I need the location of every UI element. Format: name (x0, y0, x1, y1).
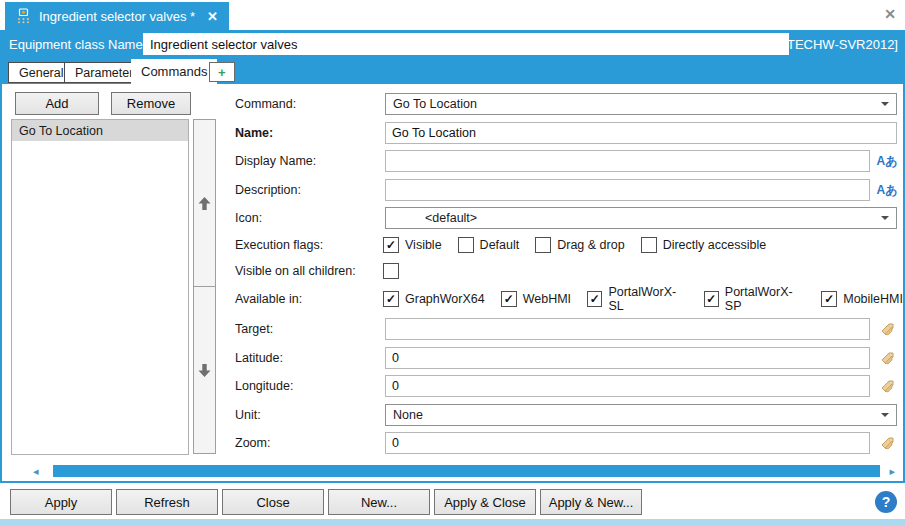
data-tag-icon[interactable] (874, 318, 900, 340)
tab-add-new-icon[interactable]: + (209, 62, 235, 82)
icon-label: Icon: (235, 207, 262, 229)
display-name-input[interactable] (385, 150, 870, 172)
command-label: Command: (235, 93, 296, 115)
checkbox-drag-drop[interactable]: Drag & drop (535, 237, 624, 253)
checkbox-icon[interactable] (704, 291, 719, 307)
help-icon[interactable]: ? (875, 491, 897, 513)
checkbox-mobilehmi[interactable]: MobileHMI (821, 291, 903, 307)
commands-tab-content: Add Remove Go To Location Command: Go To… (0, 84, 905, 483)
tab-strip: General Parameters Commands + (0, 58, 905, 84)
zoom-label: Zoom: (235, 432, 270, 454)
document-close-icon[interactable]: ✕ (207, 9, 218, 24)
checkbox-icon[interactable] (501, 291, 517, 307)
target-input[interactable] (385, 318, 870, 340)
unit-value: None (393, 408, 423, 422)
checkbox-portalworx-sl[interactable]: PortalWorX-SL (587, 285, 687, 313)
target-label: Target: (235, 318, 273, 340)
data-tag-icon[interactable] (874, 347, 900, 369)
description-label: Description: (235, 179, 301, 201)
data-tag-icon[interactable] (874, 432, 900, 454)
reorder-buttons (193, 119, 216, 455)
remove-command-button[interactable]: Remove (111, 92, 191, 115)
command-value: Go To Location (393, 97, 477, 111)
list-item[interactable]: Go To Location (12, 120, 188, 141)
latitude-input[interactable] (385, 347, 870, 369)
execution-flags-label: Execution flags: (235, 236, 323, 254)
longitude-label: Longitude: (235, 375, 293, 397)
equipment-class-name-label: Equipment class Name: (9, 30, 146, 58)
checkbox-icon[interactable] (383, 263, 399, 279)
unit-combobox[interactable]: None (385, 404, 897, 426)
unit-label: Unit: (235, 404, 261, 426)
close-button[interactable]: Close (222, 489, 324, 515)
checkbox-icon[interactable] (587, 291, 602, 307)
checkbox-webhmi[interactable]: WebHMI (501, 291, 571, 307)
checkbox-icon[interactable] (383, 237, 399, 253)
new-button[interactable]: New... (328, 489, 430, 515)
chevron-down-icon (881, 413, 889, 417)
document-tab[interactable]: Ingredient selector valves * ✕ (5, 2, 229, 30)
equipment-class-name-input[interactable] (143, 33, 789, 55)
localize-icon[interactable]: Aあ (874, 150, 900, 172)
scrollbar-thumb[interactable] (53, 465, 880, 477)
move-down-button[interactable] (193, 286, 216, 454)
checkbox-directly-accessible[interactable]: Directly accessible (641, 237, 767, 253)
checkbox-visible[interactable]: Visible (383, 237, 442, 253)
visible-on-all-children-label: Visible on all children: (235, 262, 356, 280)
document-tab-strip: Ingredient selector valves * ✕ ✕ (0, 0, 905, 30)
zoom-input[interactable] (385, 432, 870, 454)
add-command-button[interactable]: Add (15, 92, 99, 115)
display-name-label: Display Name: (235, 150, 316, 172)
checkbox-icon[interactable] (383, 291, 399, 307)
longitude-input[interactable] (385, 375, 870, 397)
tab-commands[interactable]: Commands (131, 59, 217, 84)
equipment-name-bar: Equipment class Name: [TECHW-SVR2012] (0, 30, 905, 58)
checkbox-icon[interactable] (458, 237, 474, 253)
horizontal-scrollbar[interactable]: ◂ ▸ (2, 463, 901, 479)
checkbox-graphworx64[interactable]: GraphWorX64 (383, 291, 485, 307)
document-title: Ingredient selector valves * (39, 9, 195, 24)
checkbox-icon[interactable] (641, 237, 657, 253)
refresh-button[interactable]: Refresh (116, 489, 218, 515)
data-tag-icon[interactable] (874, 375, 900, 397)
server-name-label: [TECHW-SVR2012] (783, 30, 898, 58)
localize-icon[interactable]: Aあ (874, 179, 900, 201)
commands-list: Go To Location (11, 119, 189, 455)
latitude-label: Latitude: (235, 347, 283, 369)
window-bottom-edge (0, 519, 905, 526)
checkbox-default[interactable]: Default (458, 237, 520, 253)
apply-button[interactable]: Apply (10, 489, 112, 515)
scroll-left-icon[interactable]: ◂ (33, 463, 39, 479)
execution-flags-group: Visible Default Drag & drop Directly acc… (383, 236, 766, 254)
apply-close-button[interactable]: Apply & Close (434, 489, 536, 515)
command-combobox[interactable]: Go To Location (385, 93, 897, 115)
name-label: Name: (235, 122, 273, 144)
checkbox-visible-on-all-children[interactable] (383, 263, 399, 279)
name-input[interactable] (385, 122, 897, 144)
visible-on-all-children-group (383, 262, 399, 280)
description-input[interactable] (385, 179, 870, 201)
down-arrow-icon (198, 363, 211, 378)
apply-new-button[interactable]: Apply & New... (540, 489, 642, 515)
chevron-down-icon (881, 102, 889, 106)
pane-close-icon[interactable]: ✕ (884, 7, 896, 21)
checkbox-icon[interactable] (535, 237, 551, 253)
available-in-label: Available in: (235, 290, 302, 308)
equipment-class-editor-window: Ingredient selector valves * ✕ ✕ Equipme… (0, 0, 905, 526)
chevron-down-icon (881, 216, 889, 220)
up-arrow-icon (198, 196, 211, 211)
available-in-group: GraphWorX64 WebHMI PortalWorX-SL PortalW… (383, 290, 903, 308)
move-up-button[interactable] (193, 119, 216, 287)
checkbox-icon[interactable] (821, 291, 837, 307)
footer-button-bar: Apply Refresh Close New... Apply & Close… (0, 483, 905, 519)
equipment-class-icon (16, 8, 31, 24)
scroll-right-icon[interactable]: ▸ (889, 463, 895, 479)
checkbox-portalworx-sp[interactable]: PortalWorX-SP (704, 285, 806, 313)
icon-combobox[interactable]: <default> (385, 207, 897, 229)
icon-value: <default> (393, 211, 477, 225)
